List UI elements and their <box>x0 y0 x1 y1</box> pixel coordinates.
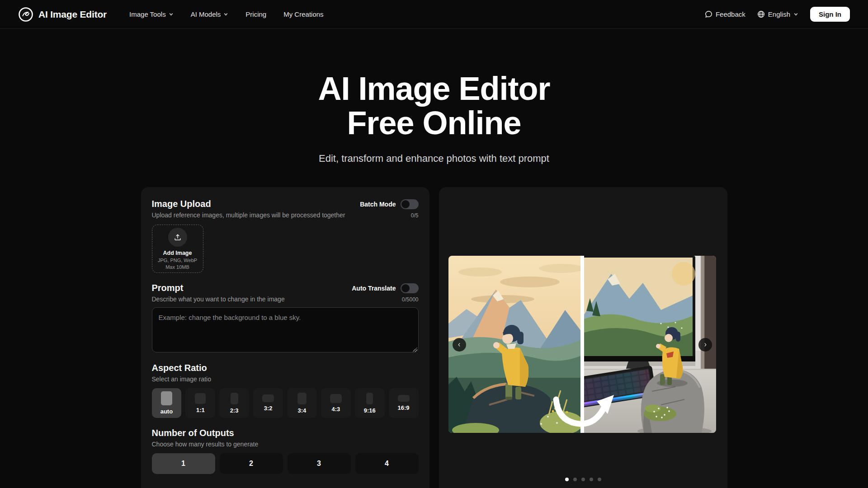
auto-translate-toggle[interactable] <box>401 283 419 293</box>
ratio-shape-icon <box>231 393 238 404</box>
ratio-label: 2:3 <box>230 407 239 414</box>
chevron-right-icon <box>702 342 708 348</box>
logo-icon <box>18 7 33 22</box>
ratio-label: auto <box>160 408 173 415</box>
resize-grip[interactable] <box>412 347 417 352</box>
feedback-button[interactable]: Feedback <box>705 10 745 18</box>
prompt-title: Prompt <box>152 283 184 293</box>
prompt-counter: 0/5000 <box>402 296 419 303</box>
upload-counter: 0/5 <box>411 211 419 219</box>
auto-translate-label: Auto Translate <box>352 285 396 292</box>
outputs-options: 1 2 3 4 <box>152 453 419 474</box>
language-label: English <box>768 10 790 18</box>
toggle-knob <box>401 284 410 292</box>
ratio-shape-icon <box>398 395 410 402</box>
sign-in-button[interactable]: Sign In <box>810 7 850 22</box>
ratio-shape-icon <box>161 391 172 405</box>
hero-subtitle: Edit, transform and enhance photos with … <box>0 153 868 164</box>
ratio-option-9-16[interactable]: 9:16 <box>355 388 385 418</box>
ratio-option-1-1[interactable]: 1:1 <box>185 388 215 418</box>
image-upload-description: Upload reference images, multiple images… <box>152 211 345 219</box>
chevron-down-icon <box>223 12 228 17</box>
ratio-label: 9:16 <box>364 407 376 414</box>
carousel-dot-2[interactable] <box>573 478 577 481</box>
ratio-label: 3:2 <box>264 405 273 412</box>
carousel-dot-4[interactable] <box>590 478 593 481</box>
ratio-option-3-4[interactable]: 3:4 <box>287 388 317 418</box>
ratio-label: 3:4 <box>298 407 307 414</box>
ratio-label: 1:1 <box>196 407 205 413</box>
nav-right: Feedback English Sign In <box>705 7 850 22</box>
nav-item-label: Pricing <box>245 10 266 18</box>
add-image-label: Add Image <box>163 250 192 256</box>
page-title-line2: Free Online <box>0 106 868 140</box>
nav-item-pricing[interactable]: Pricing <box>245 10 266 18</box>
chevron-down-icon <box>169 12 174 17</box>
language-selector[interactable]: English <box>757 10 798 18</box>
ratio-shape-icon <box>195 393 206 404</box>
chevron-left-icon <box>456 342 462 348</box>
page-title: AI Image Editor Free Online <box>0 71 868 140</box>
before-after-divider <box>580 256 584 433</box>
page-title-line1: AI Image Editor <box>0 71 868 106</box>
upload-max-size: Max 10MB <box>165 264 189 270</box>
nav-item-ai-models[interactable]: AI Models <box>191 10 229 18</box>
aspect-ratio-description: Select an image ratio <box>152 375 212 383</box>
nav-item-label: AI Models <box>191 10 221 18</box>
speech-bubble-icon <box>705 10 712 18</box>
main-content: Image Upload Batch Mode Upload reference… <box>141 187 727 488</box>
top-nav: AI Image Editor Image Tools AI Models Pr… <box>0 0 868 29</box>
upload-icon <box>173 233 182 242</box>
nav-item-label: Image Tools <box>129 10 166 18</box>
prompt-description: Describe what you want to change in the … <box>152 296 285 303</box>
output-count-3[interactable]: 3 <box>288 453 351 474</box>
ratio-label: 16:9 <box>398 404 410 411</box>
nav-item-image-tools[interactable]: Image Tools <box>129 10 174 18</box>
carousel-dot-1[interactable] <box>565 478 569 481</box>
batch-mode-label: Batch Mode <box>360 201 396 208</box>
ratio-option-3-2[interactable]: 3:2 <box>253 388 283 418</box>
carousel-next-button[interactable] <box>698 338 712 352</box>
output-count-4[interactable]: 4 <box>355 453 419 474</box>
ratio-shape-icon <box>262 394 274 402</box>
ratio-shape-icon <box>297 393 307 404</box>
before-after-image <box>448 256 716 433</box>
before-after-illustration <box>448 256 716 433</box>
ratio-option-2-3[interactable]: 2:3 <box>219 388 249 418</box>
feedback-label: Feedback <box>716 10 745 18</box>
prompt-textarea-wrap <box>152 307 419 354</box>
carousel-dot-3[interactable] <box>581 478 585 481</box>
aspect-ratio-title: Aspect Ratio <box>152 363 207 373</box>
prompt-textarea[interactable] <box>152 307 419 352</box>
hero: AI Image Editor Free Online Edit, transf… <box>0 71 868 164</box>
upload-formats: JPG, PNG, WebP <box>158 258 197 263</box>
chevron-down-icon <box>793 12 798 17</box>
nav-links: Image Tools AI Models Pricing My Creatio… <box>129 10 324 18</box>
outputs-description: Choose how many results to generate <box>152 441 259 448</box>
outputs-title: Number of Outputs <box>152 428 234 438</box>
brand-title: AI Image Editor <box>38 9 107 20</box>
image-upload-title: Image Upload <box>152 199 211 209</box>
carousel-dot-5[interactable] <box>598 478 601 481</box>
carousel-dots <box>439 478 727 481</box>
aspect-ratio-options: auto 1:1 2:3 3:2 3:4 4:3 <box>152 388 419 418</box>
nav-item-label: My Creations <box>283 10 323 18</box>
editor-controls-panel: Image Upload Batch Mode Upload reference… <box>141 187 429 488</box>
add-image-dropzone[interactable]: Add Image JPG, PNG, WebP Max 10MB <box>152 225 203 273</box>
nav-item-my-creations[interactable]: My Creations <box>283 10 323 18</box>
toggle-knob <box>401 200 410 208</box>
ratio-option-auto[interactable]: auto <box>152 388 182 418</box>
upload-circle <box>168 228 187 247</box>
ratio-shape-icon <box>330 394 342 403</box>
brand[interactable]: AI Image Editor <box>18 7 107 22</box>
ratio-option-4-3[interactable]: 4:3 <box>321 388 351 418</box>
batch-mode-toggle[interactable] <box>401 199 419 209</box>
output-count-2[interactable]: 2 <box>220 453 283 474</box>
showcase-panel <box>439 187 727 488</box>
carousel-prev-button[interactable] <box>453 338 466 352</box>
globe-icon <box>757 10 765 18</box>
ratio-option-16-9[interactable]: 16:9 <box>389 388 419 418</box>
ratio-label: 4:3 <box>331 406 340 413</box>
ratio-shape-icon <box>366 393 373 404</box>
output-count-1[interactable]: 1 <box>152 453 215 474</box>
